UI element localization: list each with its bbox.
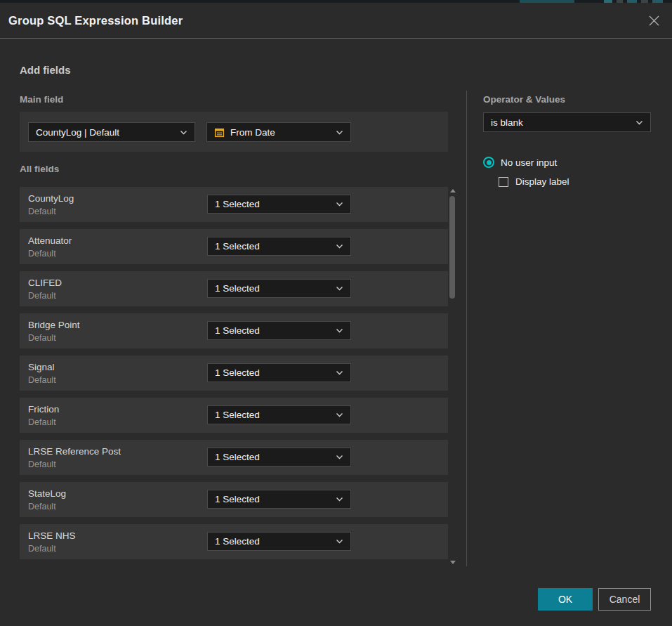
field-name: LRSE NHS (28, 530, 76, 541)
chevron-down-icon (336, 130, 343, 135)
field-selection-dropdown[interactable]: 1 Selected (207, 195, 351, 214)
field-row: Signal Default 1 Selected (20, 356, 448, 391)
no-user-input-label: No user input (501, 157, 557, 168)
cancel-button[interactable]: Cancel (598, 588, 651, 611)
chevron-down-icon (635, 120, 643, 125)
field-selection-dropdown[interactable]: 1 Selected (207, 279, 351, 298)
field-selection-value: 1 Selected (215, 325, 260, 336)
field-row: LRSE Reference Post Default 1 Selected (20, 440, 448, 475)
chevron-down-icon (336, 244, 343, 249)
field-dropdown[interactable]: From Date (206, 122, 351, 142)
field-selection-dropdown[interactable]: 1 Selected (207, 405, 351, 424)
chevron-down-icon (336, 497, 343, 502)
chevron-down-icon (336, 370, 343, 375)
field-name: Bridge Point (28, 320, 80, 330)
chevron-down-icon (336, 286, 343, 291)
all-fields-label: All fields (20, 164, 59, 174)
operator-values-label: Operator & Values (483, 94, 565, 105)
field-name: Attenuator (28, 235, 72, 246)
display-label-option[interactable]: Display label (499, 176, 569, 187)
close-button[interactable] (644, 11, 664, 30)
ok-button[interactable]: OK (538, 588, 593, 611)
chevron-down-icon (336, 455, 343, 459)
column-divider (466, 91, 467, 566)
field-selection-dropdown[interactable]: 1 Selected (207, 532, 351, 551)
field-row: CLIFED Default 1 Selected (20, 271, 448, 306)
field-name: CountyLog (28, 193, 74, 204)
field-subtitle: Default (28, 459, 56, 469)
no-user-input-radio[interactable] (483, 157, 494, 168)
field-selection-value: 1 Selected (215, 536, 260, 547)
field-selection-dropdown[interactable]: 1 Selected (207, 448, 351, 467)
field-row: StateLog Default 1 Selected (20, 482, 448, 517)
fields-scrollbar[interactable] (449, 187, 456, 566)
field-subtitle: Default (28, 417, 56, 427)
field-selection-value: 1 Selected (215, 241, 260, 252)
field-subtitle: Default (28, 544, 56, 554)
field-name: Signal (28, 362, 55, 372)
field-selection-value: 1 Selected (215, 199, 260, 209)
scroll-up-icon[interactable] (450, 189, 456, 193)
field-name: LRSE Reference Post (28, 446, 121, 457)
field-subtitle: Default (28, 502, 56, 511)
dialog-title: Group SQL Expression Builder (8, 14, 183, 27)
field-subtitle: Default (28, 249, 56, 259)
field-name: Friction (28, 404, 59, 415)
operator-dropdown-value: is blank (491, 117, 523, 128)
display-label-label: Display label (515, 176, 569, 187)
operator-dropdown[interactable]: is blank (483, 112, 651, 132)
main-field-panel: CountyLog | Default From Date (20, 112, 448, 152)
close-icon (648, 15, 660, 27)
scrollbar-thumb[interactable] (449, 196, 455, 299)
field-selection-dropdown[interactable]: 1 Selected (207, 237, 351, 256)
field-selection-dropdown[interactable]: 1 Selected (207, 490, 351, 509)
field-row: Attenuator Default 1 Selected (20, 229, 448, 264)
field-name: CLIFED (28, 278, 62, 288)
chevron-down-icon (180, 130, 187, 135)
chevron-down-icon (336, 202, 343, 207)
main-field-label: Main field (20, 94, 63, 105)
field-dropdown-value: From Date (230, 127, 275, 138)
chevron-down-icon (336, 412, 343, 417)
layer-dropdown[interactable]: CountyLog | Default (28, 122, 195, 142)
chevron-down-icon (336, 539, 343, 544)
no-user-input-option[interactable]: No user input (483, 157, 557, 168)
field-selection-value: 1 Selected (215, 494, 260, 504)
field-selection-value: 1 Selected (215, 452, 260, 462)
dialog-header: Group SQL Expression Builder (0, 3, 672, 39)
field-subtitle: Default (28, 207, 56, 216)
field-name: StateLog (28, 488, 66, 499)
display-label-checkbox[interactable] (499, 177, 508, 187)
field-selection-value: 1 Selected (215, 367, 260, 378)
field-row: LRSE NHS Default 1 Selected (20, 524, 448, 559)
field-subtitle: Default (28, 333, 56, 343)
calendar-icon (214, 127, 225, 138)
field-row: Bridge Point Default 1 Selected (20, 313, 448, 348)
field-selection-value: 1 Selected (215, 410, 260, 420)
field-subtitle: Default (28, 375, 56, 385)
field-selection-value: 1 Selected (215, 283, 260, 294)
scroll-down-icon[interactable] (450, 561, 456, 564)
all-fields-list: CountyLog Default 1 Selected Attenuator … (20, 187, 448, 566)
field-row: Friction Default 1 Selected (20, 398, 448, 433)
field-selection-dropdown[interactable]: 1 Selected (207, 321, 351, 340)
screen: Group SQL Expression Builder Add fields … (0, 0, 672, 626)
field-row: CountyLog Default 1 Selected (20, 187, 448, 222)
group-sql-expression-builder-dialog: Group SQL Expression Builder Add fields … (0, 3, 672, 626)
add-fields-heading: Add fields (20, 64, 71, 76)
chevron-down-icon (336, 328, 343, 333)
field-selection-dropdown[interactable]: 1 Selected (207, 363, 351, 382)
field-subtitle: Default (28, 291, 56, 301)
layer-dropdown-value: CountyLog | Default (36, 127, 119, 138)
